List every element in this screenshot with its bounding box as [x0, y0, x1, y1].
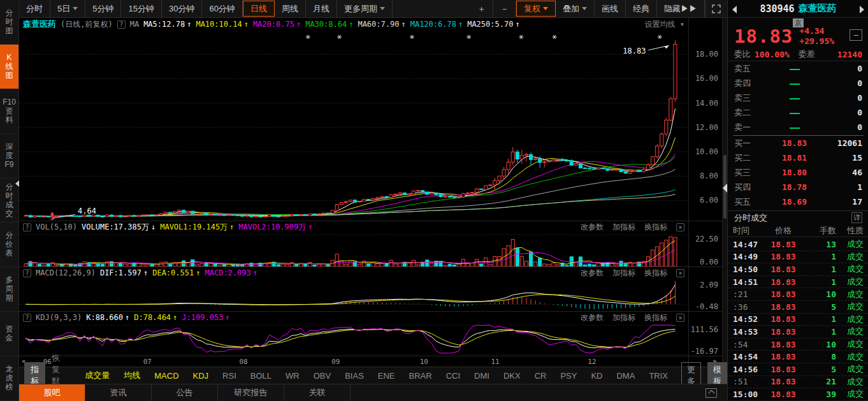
indicator-toggle-CR[interactable]: CR — [535, 371, 547, 381]
add-indicator-link[interactable]: 加指标 — [612, 268, 635, 279]
close-panel-icon[interactable]: × — [676, 269, 684, 277]
macd-chart[interactable] — [19, 279, 688, 311]
fullscreen-icon[interactable] — [705, 0, 727, 17]
period-button-周线[interactable]: 周线 — [275, 0, 306, 17]
indicator-toggle-BOLL[interactable]: BOLL — [250, 371, 271, 381]
close-panel-icon[interactable]: × — [676, 314, 684, 322]
tab-研究报告[interactable]: 研究报告 — [218, 384, 284, 401]
sidebar-item-zijin[interactable]: 资金 — [0, 312, 18, 356]
minimize-quote-button[interactable]: − — [850, 29, 862, 41]
sidebar-item-longhubang[interactable]: 龙虎榜 — [0, 356, 18, 401]
quote-collapse-handle[interactable] — [723, 184, 727, 193]
change-params-link[interactable]: 改参数 — [581, 312, 604, 323]
indicator-readout: MACD:2.093 — [205, 268, 250, 277]
sidebar-item-label: 周 — [6, 285, 13, 293]
sell-level-label: 卖四 — [734, 78, 761, 89]
swap-indicator-link[interactable]: 换指标 — [644, 222, 667, 233]
help-icon[interactable]: ? — [23, 314, 31, 322]
tick-time: 14:53 — [733, 327, 763, 337]
buy-row: 买二18.8115 — [728, 150, 868, 165]
tool-button-叠加[interactable]: 叠加 — [556, 0, 595, 17]
tab-公告[interactable]: 公告 — [152, 384, 218, 401]
chevron-down-icon — [380, 7, 385, 10]
indicator-readout: K:88.660 — [86, 313, 123, 322]
trend-arrow-icon: ↓ — [151, 222, 156, 231]
prev-stock-icon[interactable] — [732, 6, 737, 13]
sell-price — [761, 108, 828, 117]
panel-scrollbar[interactable] — [722, 18, 727, 367]
stock-switcher: 830946 森萱医药 — [728, 0, 868, 18]
indicator-toggle-ENE[interactable]: ENE — [378, 371, 395, 381]
help-icon[interactable]: ? — [23, 269, 31, 277]
indicator-toggle-DMA[interactable]: DMA — [616, 371, 635, 381]
expand-panel-icon[interactable] — [705, 388, 717, 398]
tool-button-隐藏[interactable]: 隐藏▶▶ — [657, 0, 705, 17]
period-button-30分钟[interactable]: 30分钟 — [162, 0, 202, 17]
period-button-60分钟[interactable]: 60分钟 — [202, 0, 242, 17]
tool-button-经典[interactable]: 经典 — [626, 0, 657, 17]
indicator-toggle-KDJ[interactable]: KDJ — [193, 371, 209, 381]
chevron-down-icon — [582, 7, 587, 10]
period-button-5日[interactable]: 5日 — [50, 0, 85, 17]
indicator-toggle-TRIX[interactable]: TRIX — [649, 371, 668, 381]
swap-indicator-link[interactable]: 换指标 — [644, 268, 667, 279]
tab-关联[interactable]: 关联 — [284, 384, 351, 401]
indicator-toggle-BRAR[interactable]: BRAR — [409, 371, 432, 381]
macd-title: MACD(12,26,9) — [36, 268, 96, 277]
candlestick-chart[interactable]: 18.834.64S — [19, 31, 688, 221]
sidebar-item-kxiantu[interactable]: K线图 — [0, 45, 18, 89]
period-button-15分钟[interactable]: 15分钟 — [121, 0, 161, 17]
tool-button-－[interactable]: － — [493, 0, 516, 17]
indicator-toggle-CCI[interactable]: CCI — [446, 371, 460, 381]
sidebar-item-duozhouqi[interactable]: 多周期 — [0, 267, 18, 312]
period-button-5分钟[interactable]: 5分钟 — [85, 0, 121, 17]
volume-chart[interactable] — [19, 233, 688, 266]
tool-button-复权[interactable]: 复权 — [516, 1, 556, 17]
tool-button-＋[interactable]: ＋ — [470, 0, 493, 17]
swap-indicator-link[interactable]: 换指标 — [644, 312, 667, 323]
help-icon[interactable]: ? — [23, 223, 31, 231]
indicator-toggle-RSI[interactable]: RSI — [222, 371, 236, 381]
change-params-link[interactable]: 改参数 — [581, 268, 604, 279]
tick-row: 14:5418.838成交 — [728, 351, 868, 363]
tab-资讯[interactable]: 资讯 — [85, 384, 152, 401]
sidebar-item-label: 多 — [6, 276, 13, 284]
change-params-link[interactable]: 改参数 — [581, 222, 604, 233]
indicator-toggle-WR[interactable]: WR — [286, 371, 300, 381]
add-indicator-link[interactable]: 加指标 — [612, 312, 635, 323]
add-indicator-link[interactable]: 加指标 — [612, 222, 635, 233]
indicator-toggle-DKX[interactable]: DKX — [503, 371, 521, 381]
kdj-chart[interactable] — [19, 324, 688, 356]
indicator-toggle-成交量[interactable]: 成交量 — [85, 370, 110, 381]
buy-row: 买三18.8046 — [728, 165, 868, 180]
next-stock-icon[interactable] — [860, 6, 864, 13]
indicator-toggle-均线[interactable]: 均线 — [124, 370, 140, 381]
left-sidebar: 分时图K线图F10资料深度F9分时成交分价表多周期资金龙虎榜 — [0, 0, 19, 401]
help-icon[interactable]: ? — [117, 20, 126, 29]
period-button-日线[interactable]: 日线 — [243, 1, 275, 17]
close-panel-icon[interactable]: × — [676, 223, 684, 231]
indicator-toggle-OBV[interactable]: OBV — [314, 371, 331, 381]
tick-detail-link[interactable]: 详 — [851, 212, 862, 223]
buy-qty: 17 — [828, 197, 862, 207]
period-button-月线[interactable]: 月线 — [306, 0, 337, 17]
indicator-toggle-MACD[interactable]: MACD — [154, 371, 178, 381]
sidebar-item-fenshitu[interactable]: 分时图 — [0, 0, 18, 45]
ma-settings-link[interactable]: 设置均线 ▾ — [645, 19, 684, 30]
sidebar-item-shendu-f9[interactable]: 深度F9 — [0, 134, 18, 179]
vol-title: VOL(5,10) — [36, 222, 77, 231]
tab-股吧[interactable]: 股吧 — [19, 384, 85, 401]
tick-lots: 8 — [803, 352, 836, 361]
tick-price: 18.83 — [763, 377, 803, 386]
period-button-分时[interactable]: 分时 — [19, 0, 50, 17]
period-button-更多周期[interactable]: 更多周期 — [337, 0, 393, 17]
empty-price-dash — [790, 128, 800, 129]
indicator-toggle-BIAS[interactable]: BIAS — [345, 371, 364, 381]
sidebar-item-fenjiabiao[interactable]: 分价表 — [0, 222, 18, 267]
tool-button-画线[interactable]: 画线 — [595, 0, 626, 17]
empty-price-dash — [790, 113, 800, 114]
sidebar-item-f10ziliao[interactable]: F10资料 — [0, 89, 18, 134]
indicator-toggle-PSY[interactable]: PSY — [560, 371, 577, 381]
indicator-toggle-DMI[interactable]: DMI — [474, 371, 489, 381]
indicator-toggle-KD[interactable]: KD — [591, 371, 602, 381]
